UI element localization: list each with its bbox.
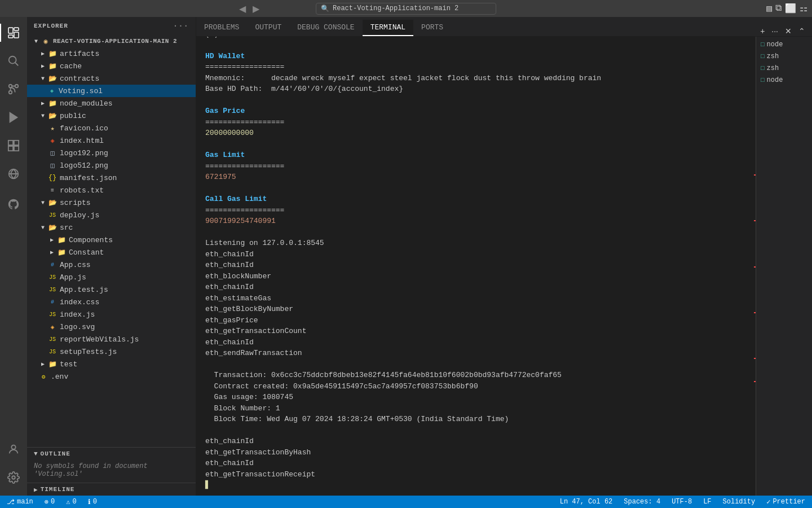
sidebar-item-node-modules[interactable]: ▶ 📁 node_modules [27, 97, 196, 110]
terminal-line [205, 359, 742, 370]
search-bar[interactable]: 🔍 React-Voting-Application-main 2 [316, 3, 496, 15]
json-file-icon: {} [47, 173, 58, 183]
sidebar-item-constant[interactable]: ▶ 📁 Constant [27, 246, 196, 259]
svg-rect-13 [14, 146, 19, 151]
status-position[interactable]: Ln 47, Col 62 [558, 498, 615, 506]
terminal-instance-node1[interactable]: □ node [756, 39, 812, 50]
activity-account[interactable] [0, 436, 27, 463]
title-bar-actions: ▤ ⧉ ⬜ ⚏ [766, 3, 807, 14]
tab-problems[interactable]: PROBLEMS [196, 20, 247, 36]
sidebar-item-app-js[interactable]: JS App.js [27, 271, 196, 283]
status-info[interactable]: ℹ 0 [86, 498, 99, 506]
sidebar-item-voting-sol[interactable]: ◈ Voting.sol [27, 85, 196, 97]
node-modules-chevron: ▶ [38, 99, 47, 108]
terminal-cursor: ▋ [205, 480, 742, 491]
main-content: PROBLEMS OUTPUT DEBUG CONSOLE TERMINAL P… [196, 17, 812, 496]
sidebar-item-cache[interactable]: ▶ 📁 cache [27, 60, 196, 72]
terminal-more-button[interactable]: ··· [769, 26, 780, 36]
tab-output[interactable]: OUTPUT [247, 20, 289, 36]
activity-run-debug[interactable] [0, 104, 27, 131]
sidebar-item-index-js[interactable]: JS index.js [27, 308, 196, 321]
folder-icon: 📁 [56, 235, 67, 245]
language-text: Solidity [723, 498, 756, 506]
status-language[interactable]: Solidity [721, 498, 758, 506]
sidebar-item-components[interactable]: ▶ 📁 Components [27, 234, 196, 246]
sidebar-toggle-icon[interactable]: ▤ [766, 3, 772, 14]
activity-search[interactable] [0, 47, 27, 75]
sidebar-item-scripts[interactable]: ▼ 📂 scripts [27, 196, 196, 209]
new-terminal-button[interactable]: + [758, 26, 767, 36]
terminal-area: (7) 0xCbC64F9797a5D161285Adaa4EB66192f6b… [196, 37, 812, 496]
sidebar-title: EXPLORER [34, 23, 68, 29]
sidebar-item-setuptests[interactable]: JS setupTests.js [27, 345, 196, 358]
status-encoding[interactable]: UTF-8 [669, 498, 694, 506]
sidebar-item-manifest[interactable]: {} manifest.json [27, 172, 196, 184]
activity-source-control[interactable] [0, 76, 27, 103]
sidebar-more-icon[interactable]: ··· [173, 21, 189, 30]
html-file-icon: ◈ [47, 135, 58, 146]
activity-github[interactable] [0, 191, 27, 218]
src-chevron: ▼ [38, 223, 47, 232]
editor-layout-icon[interactable]: ⧉ [775, 3, 782, 14]
status-line-ending[interactable]: LF [701, 498, 713, 506]
terminal-line: ================== [205, 117, 742, 128]
status-warnings[interactable]: ⚠ 0 [64, 498, 78, 506]
status-errors[interactable]: ⊗ 0 [42, 498, 57, 506]
sidebar-item-app-test-js[interactable]: JS App.test.js [27, 283, 196, 296]
sidebar-item-public[interactable]: ▼ 📂 public [27, 110, 196, 122]
terminal-instance-icon: □ [761, 77, 765, 84]
sidebar-item-test[interactable]: ▶ 📁 test [27, 358, 196, 370]
sidebar-item-artifacts[interactable]: ▶ 📁 artifacts [27, 47, 196, 60]
tab-terminal[interactable]: TERMINAL [363, 20, 413, 36]
git-branch-icon: ⎇ [7, 498, 15, 506]
sidebar-item-favicon[interactable]: ★ favicon.ico [27, 122, 196, 134]
activity-remote[interactable] [0, 160, 27, 187]
svg-point-16 [12, 476, 15, 479]
terminal-close-button[interactable]: ✕ [783, 26, 794, 36]
sidebar-item-env[interactable]: ⚙ .env [27, 370, 196, 383]
sidebar-item-index-css[interactable]: # index.css [27, 296, 196, 308]
terminal-instance-node2[interactable]: □ node [756, 75, 812, 86]
sidebar-item-contracts[interactable]: ▼ 📂 contracts [27, 72, 196, 85]
terminal-instance-zsh1[interactable]: □ zsh [756, 51, 812, 62]
sidebar-item-deploy-js[interactable]: JS deploy.js [27, 209, 196, 221]
terminal-line: Block Number: 1 [205, 403, 742, 414]
search-text: React-Voting-Application-main 2 [333, 5, 458, 12]
sidebar-item-reportwebvitals[interactable]: JS reportWebVitals.js [27, 333, 196, 345]
activity-explorer[interactable] [0, 19, 27, 46]
tab-ports[interactable]: PORTS [413, 20, 451, 36]
sidebar-item-logo512[interactable]: ◫ logo512.png [27, 159, 196, 172]
activity-settings[interactable] [0, 464, 27, 491]
sidebar-item-logo192[interactable]: ◫ logo192.png [27, 147, 196, 159]
terminal-line: Call Gas Limit [205, 194, 742, 205]
status-git-branch[interactable]: ⎇ main [5, 498, 36, 506]
cache-chevron: ▶ [38, 62, 47, 71]
sidebar-item-index-html[interactable]: ◈ index.html [27, 134, 196, 147]
txt-file-icon: ≡ [47, 185, 58, 195]
js-file-icon: JS [47, 334, 58, 344]
activity-extensions[interactable] [0, 132, 27, 159]
sidebar-item-logo-svg[interactable]: ◈ logo.svg [27, 321, 196, 333]
forward-button[interactable]: ▶ [250, 2, 262, 15]
customize-icon[interactable]: ⚏ [800, 3, 807, 14]
js-file-icon: JS [47, 284, 58, 295]
terminal-line: ================== [205, 62, 742, 73]
terminal-gas-price: 20000000000 [205, 128, 742, 139]
sidebar-item-app-css[interactable]: # App.css [27, 259, 196, 271]
terminal-line: eth_getTransactionReceipt [205, 469, 742, 480]
terminal-instance-label: node [767, 41, 783, 49]
status-prettier[interactable]: ✓ Prettier [764, 498, 807, 506]
terminal-maximize-button[interactable]: ⌃ [796, 26, 807, 36]
timeline-header[interactable]: ▶ TIMELINE [27, 483, 196, 496]
sidebar-item-src[interactable]: ▼ 📂 src [27, 221, 196, 234]
sidebar-item-robots[interactable]: ≡ robots.txt [27, 184, 196, 196]
panel-toggle-icon[interactable]: ⬜ [785, 3, 796, 14]
tab-debug-console[interactable]: DEBUG CONSOLE [289, 20, 362, 36]
status-spaces[interactable]: Spaces: 4 [621, 498, 663, 506]
terminal-output[interactable]: (7) 0xCbC64F9797a5D161285Adaa4EB66192f6b… [196, 37, 751, 496]
project-root[interactable]: ▼ ◉ REACT-VOTING-APPLICATION-MAIN 2 [27, 35, 196, 47]
terminal-instance-zsh2[interactable]: □ zsh [756, 63, 812, 74]
back-button[interactable]: ◀ [237, 2, 248, 15]
outline-header[interactable]: ▼ OUTLINE [27, 448, 196, 460]
terminal-line: ================== [205, 161, 742, 172]
